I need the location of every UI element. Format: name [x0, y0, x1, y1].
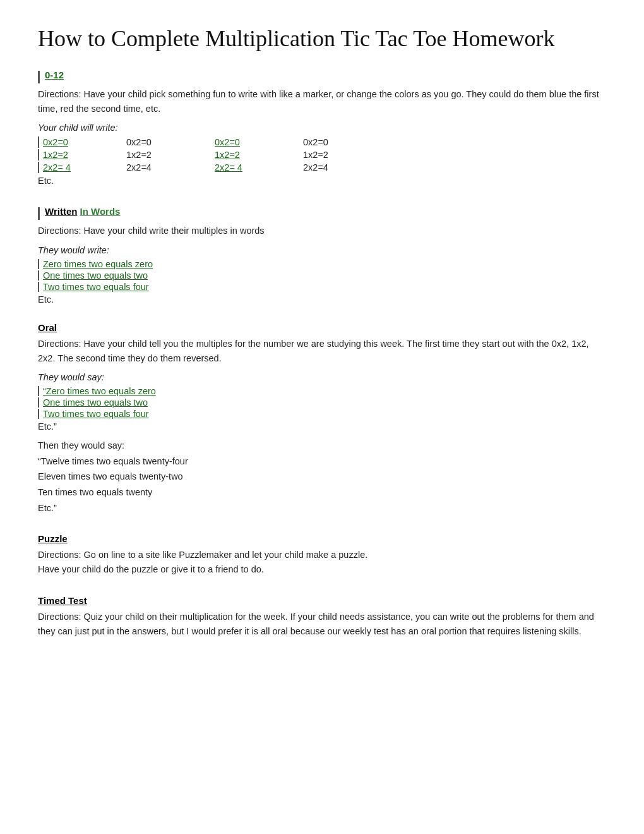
- eq-col4-row3: 2x2=4: [303, 162, 391, 173]
- eq-col1-row1: 0x2=0: [38, 136, 126, 148]
- eq-col1-row2: 1x2=2: [38, 149, 126, 160]
- they-say-label: They would say:: [38, 372, 606, 382]
- section-012-etc: Etc.: [38, 176, 606, 186]
- eq-col1-row3: 2x2= 4: [38, 162, 126, 173]
- eq-col4-row2: 1x2=2: [303, 149, 391, 160]
- oral-item-1: “Zero times two equals zero: [38, 386, 606, 396]
- oral-directions: Directions: Have your child tell you the…: [38, 337, 606, 366]
- eq-col2-row2: 1x2=2: [126, 149, 215, 160]
- section-puzzle: Puzzle Directions: Go on line to a site …: [38, 533, 606, 577]
- written-title-green: In Words: [80, 206, 121, 217]
- puzzle-directions: Directions: Go on line to a site like Pu…: [38, 548, 606, 577]
- section-012-directions: Directions: Have your child pick somethi…: [38, 87, 606, 116]
- section-012-title: 0-12: [45, 70, 64, 80]
- eq-col3-row3: 2x2= 4: [215, 162, 303, 173]
- words-list: Zero times two equals zero One times two…: [38, 259, 606, 292]
- puzzle-title: Puzzle: [38, 533, 68, 544]
- eq-col4-row1: 0x2=0: [303, 136, 391, 148]
- written-left-bar: [38, 207, 40, 220]
- then-say-text: Then they would say: “Twelve times two e…: [38, 438, 606, 516]
- timed-test-title: Timed Test: [38, 595, 87, 606]
- page-title: How to Complete Multiplication Tic Tac T…: [38, 25, 606, 52]
- section-0-12: 0-12 Directions: Have your child pick so…: [38, 70, 606, 186]
- eq-col2-row1: 0x2=0: [126, 136, 215, 148]
- section-timed-test: Timed Test Directions: Quiz your child o…: [38, 595, 606, 639]
- then-say-block: Then they would say: “Twelve times two e…: [38, 438, 606, 516]
- eq-col2-row3: 2x2=4: [126, 162, 215, 173]
- written-title-black: Written: [45, 206, 77, 217]
- words-item-2: One times two equals two: [38, 270, 606, 281]
- section-written-in-words: Written In Words Directions: Have your c…: [38, 206, 606, 304]
- oral-item-3: Two times two equals four: [38, 409, 606, 419]
- eq-col3-row1: 0x2=0: [215, 136, 303, 148]
- oral-item-2: One times two equals two: [38, 397, 606, 408]
- oral-list: “Zero times two equals zero One times tw…: [38, 386, 606, 419]
- child-write-label: Your child will write:: [38, 123, 606, 133]
- they-write-label: They would write:: [38, 245, 606, 255]
- oral-etc-quote: Etc.”: [38, 421, 606, 432]
- written-etc: Etc.: [38, 294, 606, 305]
- written-directions: Directions: Have your child write their …: [38, 224, 606, 238]
- words-item-3: Two times two equals four: [38, 282, 606, 292]
- timed-test-directions: Directions: Quiz your child on their mul…: [38, 610, 606, 639]
- eq-col3-row2: 1x2=2: [215, 149, 303, 160]
- section-left-bar: [38, 71, 40, 83]
- oral-title: Oral: [38, 322, 57, 333]
- section-oral: Oral Directions: Have your child tell yo…: [38, 322, 606, 516]
- words-item-1: Zero times two equals zero: [38, 259, 606, 269]
- equation-grid: 0x2=0 0x2=0 0x2=0 0x2=0 1x2=2 1x2=2 1x2=…: [38, 136, 606, 173]
